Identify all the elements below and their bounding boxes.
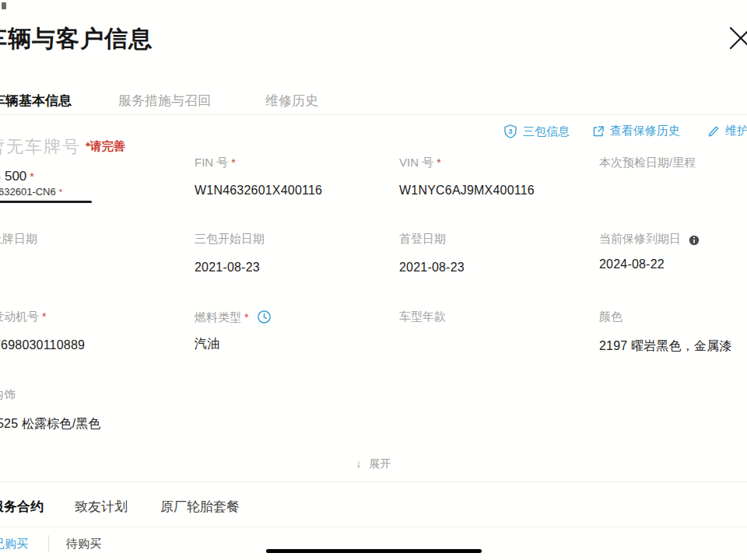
expand-button[interactable]: ↓ 展开	[0, 457, 747, 471]
maintain-info-link[interactable]: 维护信息	[707, 124, 747, 138]
tab-zhiyu-plan[interactable]: 致友计划	[75, 498, 128, 516]
warranty-start-value: 2021-08-23	[195, 261, 393, 275]
bottom-tab-label: 致友计划	[75, 499, 128, 514]
tab-label: 维修历史	[265, 93, 318, 108]
plate-number-placeholder: 暂无车牌号	[0, 135, 81, 159]
warranty-info-link[interactable]: 3 三包信息	[503, 124, 570, 139]
fin-value: W1N4632601X400116	[195, 184, 393, 198]
info-icon[interactable]	[689, 235, 700, 246]
warranty-end-value: 2024-08-22	[599, 257, 747, 271]
required-marker: *	[244, 311, 248, 324]
interior-label: 内饰	[0, 387, 191, 402]
required-marker: *	[231, 156, 235, 169]
warranty-start-label: 三包开始日期	[195, 232, 393, 247]
color-value: 2197 曜岩黑色，金属漆	[599, 338, 747, 355]
field-vin: VIN 号* W1NYC6AJ9MX400116	[399, 156, 598, 198]
model-code-text: 632601-CN6	[0, 186, 56, 198]
vehicle-model-code: 632601-CN6*	[0, 186, 62, 198]
interior-value: 525 松露棕色/黑色	[0, 416, 191, 432]
expand-label: 展开	[369, 457, 391, 470]
field-fin: FIN 号* W1N4632601X400116	[195, 156, 393, 198]
subtab-to-purchase[interactable]: 待购买	[66, 537, 101, 551]
home-indicator-bar[interactable]	[266, 549, 482, 553]
fuel-label-text: 燃料类型	[195, 310, 241, 324]
shield-badge-icon: 3	[503, 124, 518, 139]
screen-artifact-mark	[2, 2, 6, 9]
section-divider	[0, 481, 747, 482]
warranty-end-label-text: 当前保修到期日	[599, 232, 681, 245]
first-reg-label: 首登日期	[399, 232, 598, 247]
page-title: 车辆与客户信息	[0, 23, 153, 55]
subtab-label: 待购买	[66, 537, 101, 550]
active-tab-underline	[0, 201, 92, 203]
first-reg-value: 2021-08-23	[399, 261, 598, 275]
fuel-value: 汽油	[195, 336, 393, 352]
close-icon	[727, 23, 747, 54]
tab-service-contract[interactable]: 服务合约	[0, 498, 44, 516]
tab-service-measures-recall[interactable]: 服务措施与召回	[118, 92, 211, 110]
pencil-icon	[707, 124, 721, 138]
tab-label: 车辆基本信息	[0, 93, 72, 108]
expand-arrow-icon: ↓	[356, 457, 362, 470]
tabs-divider	[0, 114, 747, 115]
engine-value: 7698030110889	[0, 338, 191, 352]
subtab-separator	[48, 535, 49, 552]
subtab-purchased[interactable]: 已购买	[0, 537, 28, 551]
field-precheck: 本次预检日期/里程	[599, 156, 747, 184]
bottom-tabs-divider	[0, 527, 747, 527]
warranty-end-label: 当前保修到期日	[599, 232, 747, 247]
field-plate-date: 上牌日期	[0, 232, 189, 261]
fuel-label: 燃料类型*	[195, 310, 393, 325]
subtab-label: 已购买	[0, 537, 28, 550]
maintain-info-label: 维护信息	[725, 124, 747, 138]
view-warranty-history-link[interactable]: 查看保修历史	[591, 124, 680, 138]
vehicle-model-name: G 500*	[0, 169, 34, 184]
required-marker: *	[437, 156, 440, 169]
clock-icon[interactable]	[257, 310, 272, 324]
required-marker: *	[59, 187, 62, 197]
vehicle-info-modal: 车辆与客户信息 车辆基本信息 服务措施与召回 维修历史 3 三包信息 查看保修历…	[0, 0, 747, 560]
color-label: 颜色	[599, 310, 747, 324]
plate-complete-warning: *请完善	[86, 139, 125, 154]
tab-vehicle-basic-info[interactable]: 车辆基本信息	[0, 92, 72, 110]
field-warranty-end: 当前保修到期日 2024-08-22	[599, 232, 747, 271]
field-color: 颜色 2197 曜岩黑色，金属漆	[599, 310, 747, 355]
engine-label-text: 发动机号	[0, 310, 39, 323]
tab-label: 服务措施与召回	[118, 93, 211, 108]
warranty-info-label: 三包信息	[523, 124, 570, 139]
bottom-tab-label: 原厂轮胎套餐	[160, 499, 240, 514]
precheck-label: 本次预检日期/里程	[599, 156, 747, 170]
field-model-year: 车型年款	[399, 310, 598, 338]
external-link-icon	[591, 124, 605, 138]
vin-label-text: VIN 号	[399, 156, 433, 169]
field-first-reg: 首登日期 2021-08-23	[399, 232, 598, 275]
tab-oem-tire-package[interactable]: 原厂轮胎套餐	[160, 498, 240, 516]
field-warranty-start: 三包开始日期 2021-08-23	[195, 232, 393, 275]
vin-label: VIN 号*	[399, 156, 598, 170]
model-year-label: 车型年款	[399, 310, 598, 324]
engine-label: 发动机号*	[0, 310, 191, 324]
field-interior: 内饰 525 松露棕色/黑色	[0, 387, 191, 432]
tab-repair-history[interactable]: 维修历史	[265, 92, 318, 110]
bottom-tab-label: 服务合约	[0, 499, 44, 514]
fin-label-text: FIN 号	[195, 156, 228, 169]
required-marker: *	[30, 170, 33, 183]
close-button[interactable]	[727, 23, 747, 54]
field-fuel: 燃料类型* 汽油	[195, 310, 393, 352]
field-engine: 发动机号* 7698030110889	[0, 310, 191, 352]
required-marker: *	[42, 310, 46, 323]
svg-text:3: 3	[508, 127, 512, 135]
vin-value: W1NYC6AJ9MX400116	[399, 184, 598, 198]
model-name-text: G 500	[0, 169, 26, 184]
fin-label: FIN 号*	[195, 156, 393, 170]
plate-date-label: 上牌日期	[0, 232, 189, 247]
view-warranty-history-label: 查看保修历史	[610, 124, 680, 138]
